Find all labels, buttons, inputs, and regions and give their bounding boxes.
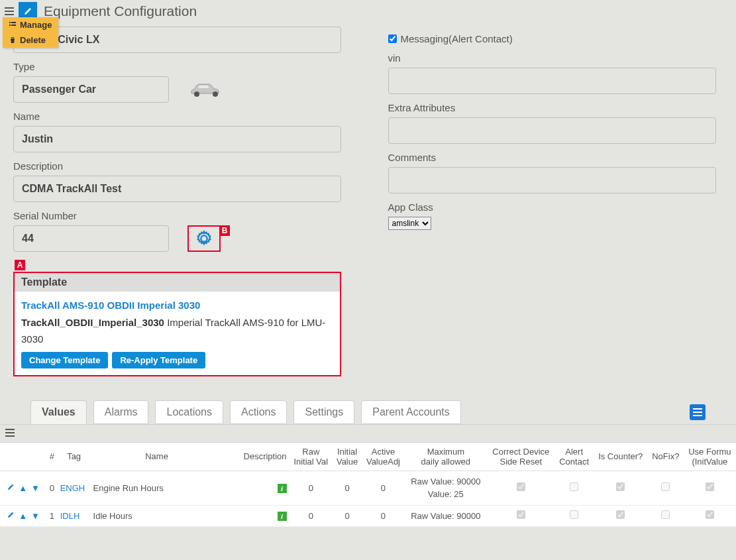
cell-name: Engine Run Hours	[91, 471, 223, 505]
cell-max: Raw Value: 90000Value: 25	[405, 471, 487, 505]
edit-row-icon[interactable]	[7, 483, 15, 493]
template-header: Template	[15, 273, 340, 292]
grid-view-icon[interactable]	[690, 404, 706, 420]
cell-active: 0	[362, 471, 405, 505]
col-tag: Tag	[58, 443, 91, 471]
template-code: TrackAll_OBDII_Imperial_3030	[21, 317, 164, 328]
col-max: Maximumdaily allowed	[405, 443, 487, 471]
tab-actions[interactable]: Actions	[230, 400, 287, 424]
col-desc: Description	[223, 443, 289, 471]
type-field[interactable]	[13, 76, 169, 103]
col-iscounter: Is Counter?	[594, 443, 648, 471]
type-label: Type	[13, 61, 348, 72]
col-num: #	[46, 443, 58, 471]
name-label: Name	[13, 111, 348, 122]
useform-checkbox[interactable]	[706, 482, 714, 491]
correct-checkbox[interactable]	[517, 482, 525, 491]
cell-num: 0	[46, 471, 58, 505]
svg-rect-0	[9, 22, 11, 23]
cell-name: Idle Hours	[91, 505, 223, 527]
tag-link[interactable]: ENGH	[60, 483, 85, 493]
cell-raw: 0	[289, 471, 333, 505]
app-class-label: App Class	[388, 201, 723, 213]
iscounter-checkbox[interactable]	[616, 482, 625, 491]
car-icon	[189, 80, 223, 100]
col-nofix: NoFix?	[648, 443, 684, 471]
cell-init: 0	[333, 505, 362, 527]
callout-b: B	[219, 225, 230, 236]
svg-point-5	[213, 91, 218, 97]
gear-icon	[195, 229, 213, 248]
svg-rect-1	[11, 22, 16, 23]
grid-menu-icon[interactable]	[5, 428, 15, 439]
tab-settings[interactable]: Settings	[293, 400, 354, 424]
useform-checkbox[interactable]	[706, 510, 714, 519]
alert-checkbox[interactable]	[570, 482, 578, 491]
messaging-label: Messaging(Alert Contact)	[401, 33, 513, 44]
change-template-button[interactable]: Change Template	[21, 352, 108, 368]
move-down-icon[interactable]: ▼	[31, 511, 40, 521]
svg-rect-2	[9, 25, 11, 26]
serial-settings-button[interactable]: B	[187, 225, 221, 252]
list-icon	[9, 20, 16, 30]
vin-label: vin	[388, 52, 723, 64]
menu-manage[interactable]: Manage	[3, 17, 58, 32]
col-alert: AlertContact	[555, 443, 594, 471]
col-initval: InitialValue	[333, 443, 362, 471]
app-class-select[interactable]: amslink	[388, 217, 431, 230]
nofix-checkbox[interactable]	[661, 482, 670, 491]
cell-active: 0	[362, 505, 405, 527]
comments-label: Comments	[388, 152, 723, 163]
extra-attributes-field[interactable]	[388, 117, 716, 144]
correct-checkbox[interactable]	[517, 510, 525, 519]
name-field[interactable]	[13, 126, 341, 152]
overflow-menu: Manage Delete	[3, 17, 58, 48]
info-icon[interactable]: i	[278, 484, 287, 493]
messaging-checkbox[interactable]	[388, 34, 397, 43]
equipment-title-field[interactable]	[13, 27, 341, 53]
menu-delete[interactable]: Delete	[3, 32, 58, 48]
table-row: ▲ ▼ 1 IDLH Idle Hours i 0 0 0 Raw Value:…	[0, 505, 736, 527]
extra-attributes-label: Extra Attributes	[388, 102, 723, 113]
serial-field[interactable]	[13, 225, 169, 252]
col-active: ActiveValueAdj	[362, 443, 405, 471]
values-grid: # Tag Name Description RawInitial Val In…	[0, 443, 736, 528]
reapply-template-button[interactable]: Re-Apply Template	[112, 352, 205, 368]
nofix-checkbox[interactable]	[661, 510, 670, 519]
col-rawinit: RawInitial Val	[289, 443, 333, 471]
template-panel: Template TrackAll AMS-910 OBDII Imperial…	[13, 272, 341, 376]
alert-checkbox[interactable]	[570, 510, 578, 519]
svg-point-4	[194, 91, 199, 97]
svg-rect-3	[11, 25, 16, 26]
comments-field[interactable]	[388, 167, 716, 194]
menu-delete-label: Delete	[20, 35, 46, 45]
callout-a: A	[15, 260, 25, 270]
tab-locations[interactable]: Locations	[155, 400, 223, 424]
move-up-icon[interactable]: ▲	[19, 511, 27, 521]
cell-num: 1	[46, 505, 58, 527]
tab-values[interactable]: Values	[30, 400, 87, 424]
col-correct: Correct DeviceSide Reset	[487, 443, 555, 471]
tab-parent-accounts[interactable]: Parent Accounts	[361, 400, 461, 424]
page-title: Equipment Configuration	[44, 3, 197, 19]
template-link[interactable]: TrackAll AMS-910 OBDII Imperial 3030	[21, 300, 200, 311]
cell-max: Raw Value: 90000	[405, 505, 487, 527]
tag-link[interactable]: IDLH	[60, 511, 80, 521]
menu-manage-label: Manage	[20, 20, 52, 30]
move-up-icon[interactable]: ▲	[19, 483, 27, 493]
edit-row-icon[interactable]	[7, 511, 15, 521]
tab-alarms[interactable]: Alarms	[93, 400, 149, 424]
vin-field[interactable]	[388, 68, 716, 94]
iscounter-checkbox[interactable]	[616, 510, 625, 519]
table-row: ▲ ▼ 0 ENGH Engine Run Hours i 0 0 0 Raw …	[0, 471, 736, 505]
trash-icon	[9, 35, 16, 45]
cell-init: 0	[333, 471, 362, 505]
info-icon[interactable]: i	[278, 512, 287, 521]
move-down-icon[interactable]: ▼	[31, 483, 40, 493]
col-useform: Use Formu(InitValue	[684, 443, 736, 471]
description-field[interactable]	[13, 176, 341, 202]
col-name: Name	[91, 443, 223, 471]
cell-raw: 0	[289, 505, 333, 527]
description-label: Description	[13, 160, 348, 172]
serial-label: Serial Number	[13, 210, 348, 221]
